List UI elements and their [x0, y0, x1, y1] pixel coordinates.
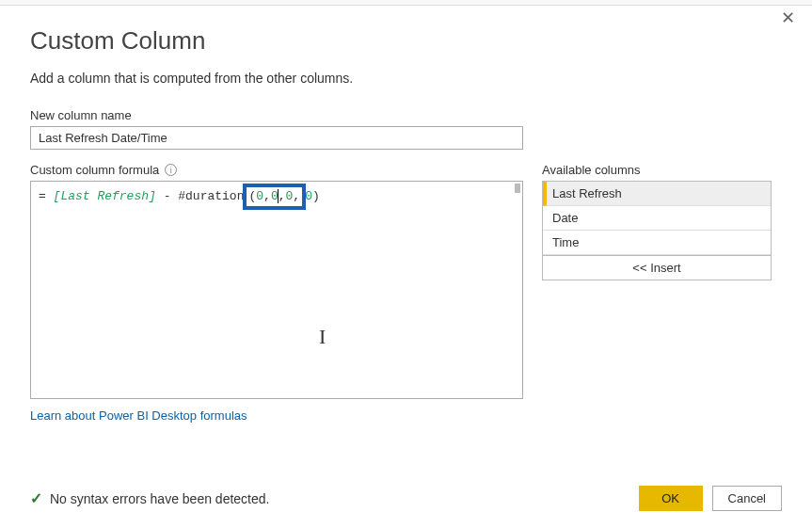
dialog-subtitle: Add a column that is computed from the o… [30, 71, 782, 86]
formula-function: - #duration [156, 189, 245, 203]
column-name-input[interactable] [30, 126, 523, 150]
syntax-status: ✓ No syntax errors have been detected. [30, 489, 269, 507]
comma1: , [263, 189, 271, 203]
scrollbar-thumb[interactable] [515, 184, 520, 193]
close-paren: ) [312, 189, 320, 203]
formula-column-ref: [Last Refresh] [54, 189, 156, 203]
formula-label: Custom column formula i [30, 163, 523, 177]
learn-formulas-link[interactable]: Learn about Power BI Desktop formulas [30, 408, 247, 423]
status-text: No syntax errors have been detected. [50, 491, 269, 506]
insert-button[interactable]: << Insert [542, 255, 772, 280]
formula-editor[interactable]: = [Last Refresh] - #duration(0,0,0,0) I [30, 181, 523, 399]
dialog-footer: ✓ No syntax errors have been detected. O… [30, 486, 782, 511]
available-column-item[interactable]: Last Refresh [543, 182, 771, 206]
arg1: 0 [256, 189, 263, 203]
available-column-item[interactable]: Date [543, 206, 771, 231]
dialog-buttons: OK Cancel [639, 486, 782, 511]
formula-args-highlight: (0,0,0, [243, 184, 306, 210]
close-icon[interactable]: ✕ [781, 9, 795, 26]
arg4: 0 [305, 189, 312, 203]
column-name-label: New column name [30, 108, 782, 122]
ok-button[interactable]: OK [639, 486, 703, 511]
available-columns-label: Available columns [542, 163, 772, 177]
cancel-button[interactable]: Cancel [712, 486, 782, 511]
available-column-item[interactable]: Time [543, 231, 771, 255]
check-icon: ✓ [30, 489, 42, 507]
available-columns-list: Last Refresh Date Time [542, 181, 772, 255]
ibeam-cursor-icon: I [319, 321, 326, 352]
info-icon[interactable]: i [165, 164, 177, 176]
formula-label-text: Custom column formula [30, 163, 159, 177]
comma2: , [279, 189, 286, 203]
comma3: , [293, 189, 300, 203]
dialog-title: Custom Column [30, 26, 782, 56]
custom-column-dialog: Custom Column Add a column that is compu… [0, 6, 812, 423]
formula-prefix: = [39, 189, 54, 203]
